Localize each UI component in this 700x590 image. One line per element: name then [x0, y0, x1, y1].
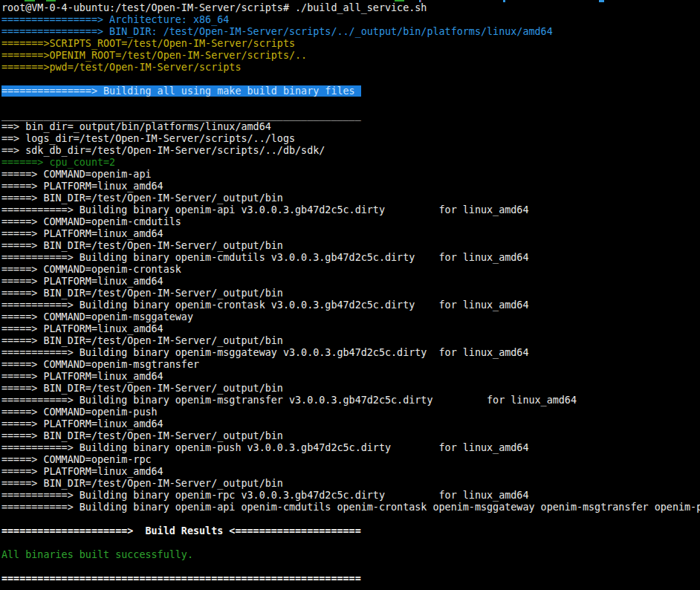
terminal-line: ==> sdk_db_dir=/test/Open-IM-Server/scri…: [1, 145, 700, 157]
clipped-glyph: [395, 0, 404, 1]
terminal-line: =====> COMMAND=openim-cmdutils: [1, 216, 700, 228]
terminal-line: =====> COMMAND=openim-crontask: [1, 264, 700, 276]
terminal-line: =====> COMMAND=openim-msgtransfer: [1, 359, 700, 371]
terminal-line: All binaries built successfully.: [1, 549, 700, 561]
terminal-line: =======>SCRIPTS_ROOT=/test/Open-IM-Serve…: [1, 38, 700, 50]
terminal-line: ========================================…: [1, 573, 700, 585]
terminal-line: ===========> Building binary openim-api …: [1, 204, 700, 216]
terminal-line: ===========> Building binary openim-cmdu…: [1, 252, 700, 264]
terminal-line: =====> BIN_DIR=/test/Open-IM-Server/_out…: [1, 383, 700, 395]
terminal-line: ===========> Building binary openim-rpc …: [1, 490, 700, 502]
terminal-line: =======>OPENIM_ROOT=/test/Open-IM-Server…: [1, 50, 700, 62]
terminal-line: ===========> Building binary openim-api …: [1, 502, 700, 513]
terminal-line: ================> BIN_DIR: /test/Open-IM…: [1, 26, 700, 38]
terminal-line: [1, 537, 700, 549]
terminal-line: =====> COMMAND=openim-push: [1, 406, 700, 418]
terminal-line: ===========> Building binary openim-msgt…: [1, 395, 700, 406]
terminal-line: ===========> Building binary openim-push…: [1, 442, 700, 454]
terminal-output: root@VM-0-4-ubuntu:/test/Open-IM-Server/…: [1, 2, 700, 585]
terminal-line: ===========> Building binary openim-msgg…: [1, 347, 700, 359]
terminal-line: =====> COMMAND=openim-rpc: [1, 454, 700, 466]
terminal-line: =====> PLATFORM=linux_amd64: [1, 323, 700, 335]
terminal-line: ==> logs_dir=/test/Open-IM-Server/script…: [1, 133, 700, 145]
terminal-window[interactable]: root@VM-0-4-ubuntu:/test/Open-IM-Server/…: [0, 0, 700, 590]
terminal-line: ================> Architecture: x86_64: [1, 14, 700, 26]
terminal-line: =====> PLATFORM=linux_amd64: [1, 276, 700, 288]
terminal-line: [1, 561, 700, 573]
terminal-line: =====> PLATFORM=linux_amd64: [1, 418, 700, 430]
terminal-line: [1, 74, 700, 85]
terminal-line: =====> BIN_DIR=/test/Open-IM-Server/_out…: [1, 288, 700, 299]
terminal-line: ________________________________________…: [1, 109, 700, 121]
terminal-line: =====> BIN_DIR=/test/Open-IM-Server/_out…: [1, 430, 700, 442]
terminal-line: =====> BIN_DIR=/test/Open-IM-Server/_out…: [1, 478, 700, 490]
terminal-line: ==> bin_dir=_output/bin/platforms/linux/…: [1, 121, 700, 133]
clipped-glyph: [25, 0, 35, 1]
terminal-line: =====================> Build Results <==…: [1, 525, 700, 537]
terminal-line: =======>pwd=/test/Open-IM-Server/scripts: [1, 62, 700, 74]
terminal-line: =====> PLATFORM=linux_amd64: [1, 466, 700, 478]
terminal-line: =====> BIN_DIR=/test/Open-IM-Server/_out…: [1, 335, 700, 347]
terminal-line: ======> cpu_count=2: [1, 157, 700, 169]
terminal-line: =====> BIN_DIR=/test/Open-IM-Server/_out…: [1, 192, 700, 204]
terminal-line: [1, 97, 700, 109]
terminal-line: =====> BIN_DIR=/test/Open-IM-Server/_out…: [1, 240, 700, 252]
terminal-line: =====> COMMAND=openim-msggateway: [1, 311, 700, 323]
terminal-line: =====> PLATFORM=linux_amd64: [1, 228, 700, 240]
terminal-line: =====> PLATFORM=linux_amd64: [1, 371, 700, 383]
terminal-line: root@VM-0-4-ubuntu:/test/Open-IM-Server/…: [1, 2, 700, 14]
terminal-line: ===========> Building binary openim-cron…: [1, 299, 700, 311]
terminal-line: ===============> Building all using make…: [1, 85, 700, 97]
terminal-line: =====> COMMAND=openim-api: [1, 169, 700, 181]
terminal-line: =====> PLATFORM=linux_amd64: [1, 181, 700, 192]
terminal-line: [1, 513, 700, 525]
clipped-glyph: [46, 0, 56, 1]
